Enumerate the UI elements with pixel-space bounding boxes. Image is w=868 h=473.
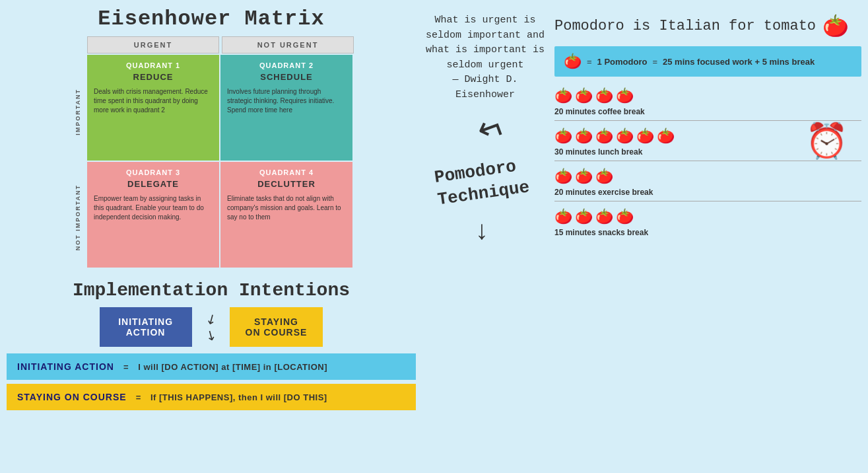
break-snacks-tomatoes: 🍅 🍅 🍅 🍅: [554, 208, 861, 225]
q4-label: QUADRANT 4: [227, 168, 346, 176]
breaks-container: 🍅 🍅 🍅 🍅 20 minutes coffee break 🍅 🍅 🍅 🍅 …: [554, 87, 861, 244]
def-eq2: =: [652, 57, 657, 67]
impl-buttons: INITIATINGACTION ↙ ↘ STAYINGON COURSE: [7, 307, 416, 347]
break-coffee-label: 20 minutes coffee break: [554, 107, 861, 116]
q4-action: DECLUTTER: [227, 179, 346, 189]
break-snacks: 🍅 🍅 🍅 🍅 15 minutes snacks break: [554, 208, 861, 237]
break-snacks-label: 15 minutes snacks break: [554, 228, 861, 237]
right-panel: Pomodoro is Italian for tomato 🍅 🍅 = 1 P…: [548, 7, 861, 466]
pomodoro-title: Pomodoro is Italian for tomato: [554, 18, 816, 34]
q1-action: REDUCE: [94, 72, 213, 82]
pomodoro-def-box: 🍅 = 1 Pomodoro = 25 mins focused work + …: [554, 46, 861, 77]
impl-title: Implementation Intentions: [7, 280, 416, 301]
quadrant-4: QUADRANT 4 DECLUTTER Eliminate tasks tha…: [220, 162, 352, 268]
arrow-down-icon: ↓: [475, 215, 488, 245]
matrix-cells-wrapper: QUADRANT 1 REDUCE Deals with crisis mana…: [87, 55, 354, 268]
implementation-section: Implementation Intentions INITIATINGACTI…: [7, 280, 416, 414]
eisenhower-title: Eisenhower Matrix: [98, 7, 324, 31]
impl-row-staying-eq: =: [136, 392, 144, 402]
def-desc: 25 mins focused work + 5 mins break: [663, 57, 815, 67]
q1-description: Deals with crisis management. Reduce tim…: [94, 87, 213, 115]
staying-on-course-button[interactable]: STAYINGON COURSE: [230, 307, 323, 347]
left-panel: Eisenhower Matrix IMPORTANT NOT IMPORTAN…: [7, 7, 416, 466]
alarm-clock-icon: ⏰: [805, 121, 848, 161]
matrix-wrapper: IMPORTANT NOT IMPORTANT URGENT NOT URGEN…: [69, 36, 354, 270]
q3-label: QUADRANT 3: [94, 168, 213, 176]
break-coffee: 🍅 🍅 🍅 🍅 20 minutes coffee break: [554, 87, 861, 121]
q1-label: QUADRANT 1: [94, 61, 213, 69]
quadrant-1: QUADRANT 1 REDUCE Deals with crisis mana…: [87, 55, 219, 161]
break-coffee-tomatoes: 🍅 🍅 🍅 🍅: [554, 87, 861, 104]
quadrant-2: QUADRANT 2 SCHEDULE Involves future plan…: [220, 55, 352, 161]
arrow-right-down: ↘: [202, 325, 220, 344]
impl-row-initiating: INITIATING ACTION = I will [DO ACTION] a…: [7, 353, 416, 380]
break-exercise: 🍅 🍅 🍅 20 minutes exercise break: [554, 168, 861, 201]
impl-row-staying: STAYING ON COURSE = If [THIS HAPPENS], t…: [7, 384, 416, 410]
arrows-container: ↙ ↘: [205, 311, 217, 343]
side-labels-container: IMPORTANT NOT IMPORTANT: [69, 36, 87, 270]
center-panel: What is urgent is seldom important andwh…: [416, 7, 548, 466]
matrix-header-row: URGENT NOT URGENT: [87, 36, 354, 54]
def-tomato-icon: 🍅: [564, 53, 582, 70]
impl-row-staying-label: STAYING ON COURSE: [17, 392, 127, 402]
q2-description: Involves future planning through strateg…: [227, 87, 346, 115]
break-exercise-label: 20 minutes exercise break: [554, 188, 861, 197]
tomato-large-icon: 🍅: [822, 13, 849, 38]
eisenhower-section: Eisenhower Matrix IMPORTANT NOT IMPORTAN…: [7, 7, 416, 270]
impl-row-staying-text: If [THIS HAPPENS], then I will [DO THIS]: [150, 392, 327, 402]
impl-row-initiating-text: I will [DO ACTION] at [TIME] in [LOCATIO…: [138, 362, 327, 372]
staying-on-course-label: STAYINGON COURSE: [246, 316, 308, 338]
q2-label: QUADRANT 2: [227, 61, 346, 69]
impl-row-initiating-eq: =: [123, 362, 131, 372]
pomodoro-technique-text: PomodoroTechnique: [436, 161, 528, 205]
def-label: 1 Pomodoro: [597, 57, 648, 67]
initiating-action-button[interactable]: INITIATINGACTION: [100, 307, 192, 347]
main-container: Eisenhower Matrix IMPORTANT NOT IMPORTAN…: [0, 0, 868, 473]
q3-action: DELEGATE: [94, 179, 213, 189]
def-eq1: =: [587, 57, 592, 67]
header-urgent: URGENT: [87, 36, 219, 54]
matrix-cells: QUADRANT 1 REDUCE Deals with crisis mana…: [87, 55, 354, 268]
initiating-action-label: INITIATINGACTION: [118, 316, 173, 338]
arrow-curved-icon: ↵: [472, 106, 511, 151]
impl-row-initiating-label: INITIATING ACTION: [17, 361, 114, 372]
side-label-spacer: [69, 36, 87, 59]
break-lunch: 🍅 🍅 🍅 🍅 🍅 🍅 ⏰ 30 minutes lunch break: [554, 127, 861, 161]
quadrant-3: QUADRANT 3 DELEGATE Empower team by assi…: [87, 162, 219, 268]
side-label-important: IMPORTANT: [69, 59, 87, 164]
q3-description: Empower team by assigning tasks in this …: [94, 194, 213, 222]
divider-3: [554, 201, 861, 201]
q4-description: Eliminate tasks that do not align with c…: [227, 194, 346, 222]
pomodoro-title-row: Pomodoro is Italian for tomato 🍅: [554, 13, 861, 38]
q2-action: SCHEDULE: [227, 72, 346, 82]
quote-text: What is urgent is seldom important andwh…: [422, 13, 548, 102]
matrix-grid-container: URGENT NOT URGENT QUADRANT 1 REDUCE Deal…: [87, 36, 354, 268]
header-not-urgent: NOT URGENT: [222, 36, 354, 54]
side-label-not-important: NOT IMPORTANT: [69, 164, 87, 270]
break-exercise-tomatoes: 🍅 🍅 🍅: [554, 168, 861, 185]
